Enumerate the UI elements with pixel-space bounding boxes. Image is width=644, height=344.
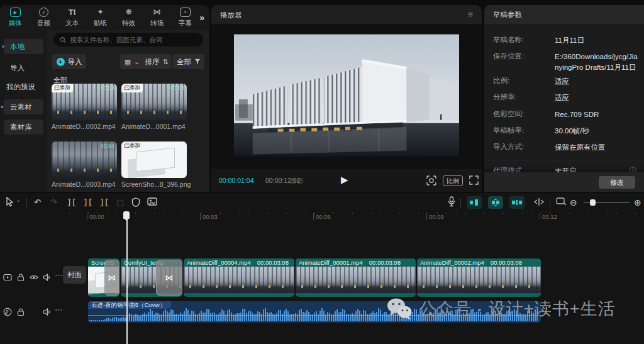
transition-marker[interactable]: ⋈ bbox=[104, 260, 119, 296]
media-item-name: AnimateD...0003.mp4 bbox=[52, 180, 121, 188]
media-item-0003[interactable]: 00:04 bbox=[52, 141, 117, 178]
divider bbox=[550, 198, 550, 207]
text-icon: TI bbox=[69, 8, 76, 17]
sort-button[interactable]: 排序 ⇅ bbox=[142, 54, 172, 69]
sidebar-item-import[interactable]: 导入 bbox=[4, 60, 43, 75]
tab-audio[interactable]: ♪ 音频 bbox=[30, 5, 58, 30]
zoom-in-icon[interactable]: ⊕ bbox=[634, 197, 641, 208]
video-frame bbox=[234, 34, 459, 157]
clip-animatediff-00004[interactable]: AnimateDiff_00004.mp4 00:00:03:08 bbox=[184, 258, 294, 297]
zoom-slider-handle[interactable] bbox=[590, 199, 596, 206]
param-row: 导入方式: 保留在原有位置 bbox=[493, 142, 638, 153]
linkage-toggle[interactable] bbox=[488, 196, 503, 209]
tab-effects[interactable]: ❋ 特效 bbox=[114, 5, 143, 30]
speaker-mute-icon[interactable] bbox=[43, 273, 52, 282]
video-track-icon bbox=[3, 273, 12, 282]
microphone-icon[interactable] bbox=[448, 196, 455, 207]
filter-button[interactable]: 全部 bbox=[173, 54, 204, 69]
split-handles-icon[interactable] bbox=[533, 198, 545, 206]
modify-button[interactable]: 修改 bbox=[599, 176, 635, 189]
duration-label: 00:04 bbox=[170, 85, 184, 91]
delete-left-icon[interactable]: ][ bbox=[83, 197, 93, 207]
play-button[interactable]: ▶ bbox=[341, 174, 348, 186]
player-menu-icon[interactable]: ≡ bbox=[468, 9, 473, 19]
snap-toggle[interactable] bbox=[467, 196, 482, 209]
zoom-out-icon[interactable]: ⊖ bbox=[570, 197, 577, 208]
chevron-right-icon: ▸ bbox=[1, 99, 4, 114]
search-bar[interactable] bbox=[53, 33, 203, 47]
focus-preview-icon[interactable] bbox=[426, 175, 436, 186]
crop-icon[interactable]: ▢ bbox=[116, 197, 124, 207]
sidebar-item-library[interactable]: 素材库 bbox=[4, 119, 43, 135]
clip-animatediff-00001[interactable]: AnimateDiff_00001.mp4 00:00:03:08 bbox=[296, 258, 416, 297]
select-tool-icon[interactable] bbox=[5, 197, 14, 207]
tab-text[interactable]: TI 文本 bbox=[58, 5, 86, 30]
clip-filmstrip bbox=[296, 267, 416, 293]
media-item-screenshot[interactable]: 已添加 bbox=[121, 141, 187, 178]
redo-icon[interactable]: ↷ bbox=[50, 197, 57, 207]
media-item-name: AnimateD...0001.mp4 bbox=[121, 123, 191, 130]
timeline-zoom-slider[interactable] bbox=[584, 202, 630, 203]
preview-axis-toggle[interactable] bbox=[509, 196, 525, 209]
timeline-view-icon[interactable] bbox=[556, 197, 567, 206]
player-panel: 播放器 ≡ bbox=[211, 5, 482, 192]
track-more-icon[interactable]: ⋯ bbox=[55, 270, 63, 280]
cover-button[interactable]: 封面 bbox=[63, 266, 86, 284]
undo-icon[interactable]: ↶ bbox=[34, 197, 41, 207]
media-item-0001[interactable]: 已添加 00:04 bbox=[121, 84, 187, 120]
view-mode-button[interactable]: ▦ ⌄ bbox=[120, 54, 144, 69]
speaker-mute-icon[interactable] bbox=[43, 308, 52, 316]
app-window: ▶ 媒体 ♪ 音频 TI 文本 ✦ 贴纸 ❋ 特效 ⋈ 转场 bbox=[0, 0, 644, 344]
divider bbox=[491, 160, 644, 160]
playhead-line[interactable] bbox=[126, 219, 128, 344]
current-timecode: 00:00:01:04 bbox=[219, 177, 253, 184]
media-item-name: ScreenSho...8_396.png bbox=[121, 180, 191, 188]
player-title: 播放器 bbox=[220, 11, 242, 20]
captions-icon: ≡ bbox=[180, 8, 191, 17]
sidebar-item-presets[interactable]: 我的预设 bbox=[4, 79, 43, 94]
ruler-tick-label: 00:09 bbox=[426, 213, 444, 220]
clip-label: AnimateDiff_00002.mp4 00:00:03:08 bbox=[417, 258, 541, 267]
media-sidebar: 本地 导入 我的预设 ▸ 云素材 素材库 bbox=[0, 30, 47, 192]
eye-visibility-icon[interactable] bbox=[30, 273, 38, 282]
delete-right-icon[interactable]: ][ bbox=[99, 197, 109, 207]
transition-marker[interactable]: ⋈ bbox=[156, 260, 182, 296]
tab-sticker[interactable]: ✦ 贴纸 bbox=[86, 5, 114, 30]
mask-shield-icon[interactable] bbox=[131, 197, 140, 207]
param-row: 草稿名称: 11月11日 bbox=[493, 35, 638, 46]
sort-icon: ⇅ bbox=[162, 58, 168, 66]
video-preview-building bbox=[234, 34, 459, 157]
search-input[interactable] bbox=[70, 36, 197, 43]
sidebar-item-local[interactable]: 本地 bbox=[4, 39, 43, 54]
frame-grid-icon[interactable]: ▤▤ bbox=[289, 176, 304, 184]
clip-animatediff-00002[interactable]: AnimateDiff_00002.mp4 00:00:03:08 bbox=[417, 258, 541, 297]
param-row: 分辨率: 适应 bbox=[493, 92, 638, 103]
sidebar-item-cloud[interactable]: ▸ 云素材 bbox=[4, 99, 43, 114]
draft-params-panel: 草稿参数 草稿名称: 11月11日 保存位置: E:/360Downloads/… bbox=[484, 5, 644, 192]
bowtie-transition-icon: ⋈ bbox=[108, 273, 116, 282]
timeline-ruler[interactable]: 00:00 00:03 00:06 00:09 00:12 bbox=[69, 212, 644, 222]
lock-icon[interactable] bbox=[16, 308, 25, 316]
video-viewport[interactable] bbox=[211, 24, 482, 169]
expand-tabs-icon[interactable]: » bbox=[199, 13, 204, 23]
player-header: 播放器 ≡ bbox=[211, 5, 482, 24]
import-button[interactable]: + 导入 bbox=[52, 54, 86, 69]
tab-captions[interactable]: ≡ 字幕 bbox=[171, 5, 199, 30]
playhead-handle[interactable] bbox=[123, 211, 130, 219]
grid-view-icon: ▦ bbox=[125, 58, 131, 66]
media-item-0002[interactable]: 已添加 00:04 bbox=[52, 84, 117, 120]
sticker-icon: ✦ bbox=[97, 8, 103, 17]
watermark: 公众号 · 设计+读书+生活 bbox=[385, 297, 616, 321]
added-badge: 已添加 bbox=[52, 84, 73, 92]
tab-media[interactable]: ▶ 媒体 bbox=[1, 5, 30, 30]
divider bbox=[460, 198, 461, 207]
split-icon[interactable]: ][ bbox=[67, 197, 77, 207]
tab-transition[interactable]: ⋈ 转场 bbox=[143, 5, 171, 30]
matting-image-icon[interactable] bbox=[147, 197, 157, 206]
track-more-icon[interactable]: ⋯ bbox=[55, 305, 63, 314]
clip-label: AnimateDiff_00001.mp4 00:00:03:08 bbox=[296, 258, 416, 267]
ratio-button[interactable]: 比例 bbox=[443, 175, 463, 186]
fullscreen-icon[interactable] bbox=[469, 175, 479, 185]
select-tool-chevron-icon[interactable]: ⌄ bbox=[16, 196, 21, 203]
lock-icon[interactable] bbox=[16, 273, 25, 282]
